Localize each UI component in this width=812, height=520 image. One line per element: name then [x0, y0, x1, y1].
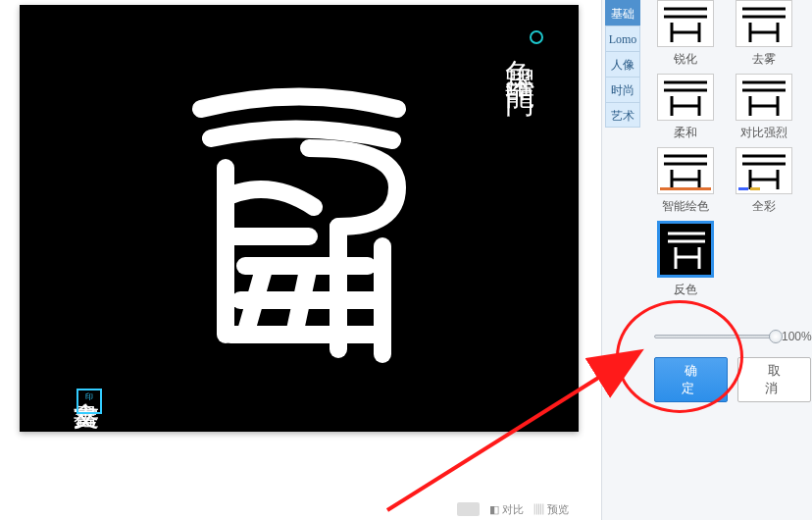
artwork-title-vertical: 魚躍龍門: [499, 36, 539, 76]
thumb-icon: [736, 0, 792, 47]
thumb-icon: [657, 0, 714, 47]
effect-contrast[interactable]: 对比强烈: [725, 74, 803, 141]
intensity-slider[interactable]: [654, 335, 776, 338]
effect-label: 去雾: [725, 51, 803, 68]
status-bar: ◧ 对比 ▥ 预览: [20, 500, 579, 518]
effect-grid: 锐化 去雾 柔和 对比强烈 智能绘色 全彩 反色: [646, 0, 812, 304]
category-fashion[interactable]: 时尚: [605, 77, 640, 102]
thumb-icon: [657, 74, 714, 121]
effect-category-list: 基础 Lomo 人像 时尚 艺术: [605, 0, 640, 128]
preview-toggle[interactable]: ▥ 预览: [533, 502, 569, 517]
effects-sidebar: 基础 Lomo 人像 时尚 艺术 锐化 去雾 柔和 对比强烈 智能绘色 全彩: [601, 0, 812, 520]
category-portrait[interactable]: 人像: [605, 51, 640, 77]
slider-thumb[interactable]: [769, 330, 783, 343]
effect-soften[interactable]: 柔和: [646, 74, 725, 141]
thumb-icon: [736, 147, 792, 194]
effect-dehaze[interactable]: 去雾: [725, 0, 803, 68]
svg-rect-1: [738, 187, 748, 190]
ok-button[interactable]: 确 定: [654, 357, 728, 402]
effect-fullcolor[interactable]: 全彩: [725, 147, 803, 215]
effect-sharpen[interactable]: 锐化: [646, 0, 725, 68]
effect-label: 柔和: [646, 125, 725, 141]
effect-invert[interactable]: 反色: [646, 221, 725, 298]
intensity-value: 100%: [782, 330, 811, 343]
effect-smart-color[interactable]: 智能绘色: [646, 147, 725, 215]
effect-label: 反色: [646, 282, 725, 298]
thumb-icon: [736, 74, 792, 121]
status-pill: [457, 502, 480, 516]
cancel-button[interactable]: 取 消: [737, 357, 811, 402]
effect-label: 对比强烈: [725, 125, 803, 141]
effect-label: 锐化: [646, 51, 725, 68]
svg-rect-2: [750, 187, 760, 190]
thumb-icon: [657, 147, 714, 194]
category-art[interactable]: 艺术: [605, 102, 640, 128]
effect-label: 全彩: [725, 198, 803, 215]
compare-toggle[interactable]: ◧ 对比: [489, 502, 524, 517]
seal-main-glyph: [172, 79, 427, 374]
thumb-icon: [657, 221, 714, 278]
image-canvas[interactable]: 魚躍龍門 文鑫書 印: [20, 5, 579, 432]
category-basic[interactable]: 基础: [605, 0, 640, 26]
svg-rect-0: [660, 187, 711, 190]
effect-controls: 100% 确 定 取 消: [654, 330, 811, 402]
artwork-stamp: 印: [76, 389, 102, 414]
effect-label: 智能绘色: [646, 198, 725, 215]
category-lomo[interactable]: Lomo: [605, 26, 640, 51]
